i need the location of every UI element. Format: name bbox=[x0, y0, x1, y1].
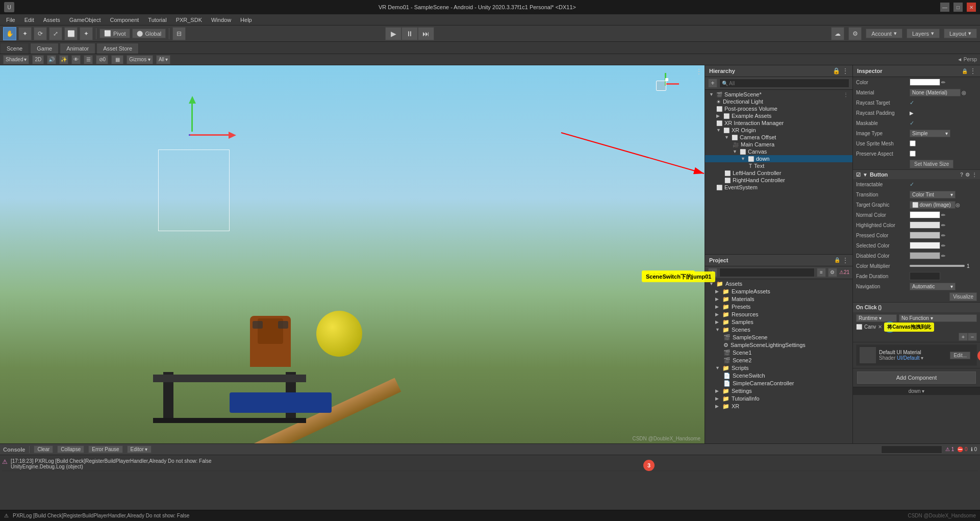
selected-color-value[interactable] bbox=[910, 242, 940, 249]
project-folder-scenes[interactable]: ▼ 📁 Scenes bbox=[705, 326, 852, 334]
hierarchy-item-example-assets[interactable]: ▶ ⬜ Example Assets bbox=[705, 112, 852, 119]
pressed-color-edit-icon[interactable]: ✏ bbox=[941, 233, 945, 238]
project-folder-xr[interactable]: ▶ 📁 XR bbox=[705, 403, 852, 410]
hierarchy-item-post-process[interactable]: ⬜ Post-process Volume bbox=[705, 105, 852, 112]
menu-edit[interactable]: Edit bbox=[20, 16, 38, 24]
highlighted-color-edit-icon[interactable]: ✏ bbox=[941, 222, 945, 228]
hierarchy-item-down[interactable]: ▼ ⬜ down bbox=[705, 155, 852, 162]
tab-scene[interactable]: Scene bbox=[0, 43, 29, 54]
tab-game[interactable]: Game bbox=[30, 43, 59, 54]
extra-toggle[interactable]: ☰ bbox=[84, 55, 93, 64]
project-add-button[interactable]: + bbox=[708, 268, 717, 277]
hierarchy-item-canvas[interactable]: ▼ ⬜ Canvas bbox=[705, 148, 852, 155]
raycast-padding-expand-icon[interactable]: ▶ bbox=[910, 110, 914, 116]
project-search[interactable] bbox=[719, 268, 815, 277]
effects-toggle[interactable]: ✨ bbox=[59, 55, 68, 64]
project-folder-settings[interactable]: ▶ 📁 Settings bbox=[705, 387, 852, 395]
gizmos-dropdown[interactable]: Gizmos ▾ bbox=[127, 55, 153, 64]
hierarchy-item-text[interactable]: T Text bbox=[705, 162, 852, 169]
use-sprite-mesh-checkbox[interactable] bbox=[910, 140, 916, 146]
settings-button[interactable]: ⚙ bbox=[848, 27, 862, 40]
onclick-add-button[interactable]: + bbox=[959, 333, 968, 341]
shader-name[interactable]: UI/Default bbox=[897, 355, 919, 361]
cloud-button[interactable]: ☁ bbox=[831, 27, 844, 40]
visualize-button[interactable]: Visualize bbox=[949, 292, 977, 301]
project-lock-button[interactable]: 🔒 bbox=[834, 257, 840, 263]
tab-asset-store[interactable]: Asset Store bbox=[96, 43, 139, 54]
project-view-button[interactable]: ≡ bbox=[817, 268, 826, 277]
project-folder-example-assets[interactable]: ▶ 📁 ExampleAssets bbox=[705, 288, 852, 295]
set-native-size-button[interactable]: Set Native Size bbox=[910, 160, 953, 168]
selected-color-edit-icon[interactable]: ✏ bbox=[941, 243, 945, 249]
pause-button[interactable]: ⏸ bbox=[401, 27, 418, 40]
console-search-input[interactable] bbox=[881, 445, 942, 454]
collapse-button[interactable]: Collapse bbox=[57, 445, 84, 453]
canvas-delete-icon[interactable]: ✕ bbox=[878, 324, 882, 330]
hierarchy-item-xr-manager[interactable]: ⬜ XR Interaction Manager bbox=[705, 119, 852, 127]
project-item-sceneswitch[interactable]: 📄 SceneSwitch bbox=[705, 372, 852, 380]
hierarchy-item-eventsystem[interactable]: ⬜ EventSystem bbox=[705, 184, 852, 191]
menu-component[interactable]: Component bbox=[106, 16, 143, 24]
hierarchy-add-button[interactable]: + bbox=[708, 79, 717, 88]
play-button[interactable]: ▶ bbox=[385, 27, 401, 40]
hierarchy-search-input[interactable] bbox=[729, 81, 847, 86]
project-filter-button[interactable]: ⚙ bbox=[828, 268, 837, 277]
pivot-button[interactable]: ⬜ Pivot bbox=[99, 29, 130, 38]
inspector-menu-button[interactable]: ⋮ bbox=[970, 67, 976, 75]
hierarchy-scene-menu[interactable]: ⋮ bbox=[843, 92, 848, 97]
hierarchy-item-lefthand[interactable]: ⬜ LeftHand Controller bbox=[705, 169, 852, 177]
project-folder-resources[interactable]: ▶ 📁 Resources bbox=[705, 311, 852, 318]
hierarchy-lock-button[interactable]: 🔒 bbox=[833, 67, 840, 75]
shading-dropdown[interactable]: Shaded ▾ bbox=[3, 55, 29, 64]
menu-gameobject[interactable]: GameObject bbox=[65, 16, 105, 24]
menu-file[interactable]: File bbox=[2, 16, 19, 24]
project-folder-materials[interactable]: ▶ 📁 Materials bbox=[705, 295, 852, 303]
project-folder-tutorial[interactable]: ▶ 📁 TutorialInfo bbox=[705, 395, 852, 403]
menu-help[interactable]: Help bbox=[236, 16, 256, 24]
tab-animator[interactable]: Animator bbox=[60, 43, 95, 54]
hand-tool-button[interactable]: ✋ bbox=[3, 27, 16, 40]
global-button[interactable]: ⬤ Global bbox=[132, 29, 166, 38]
scene-view[interactable]: ⋮ CSDN @DoubleX_Handsome bbox=[0, 65, 705, 443]
add-component-button[interactable]: Add Component bbox=[857, 371, 976, 384]
all-dropdown[interactable]: All ▾ bbox=[156, 55, 170, 64]
project-item-scene1[interactable]: 🎬 Scene1 bbox=[705, 349, 852, 357]
color-multiplier-slider[interactable]: 1 bbox=[910, 263, 977, 269]
project-folder-assets[interactable]: ▼ 📁 Assets bbox=[705, 280, 852, 288]
button-help-icon[interactable]: ? bbox=[960, 172, 963, 178]
transform-tool-button[interactable]: ✦ bbox=[80, 27, 93, 40]
clear-button[interactable]: Clear bbox=[34, 445, 53, 453]
project-folder-scripts[interactable]: ▼ 📁 Scripts bbox=[705, 364, 852, 372]
layout-dropdown[interactable]: Layout ▾ bbox=[944, 29, 977, 38]
project-item-lighting[interactable]: ⚙ SampleSceneLightingSettings bbox=[705, 341, 852, 349]
project-folder-samples[interactable]: ▶ 📁 Samples bbox=[705, 318, 852, 326]
button-checkbox[interactable]: ☑ bbox=[856, 172, 861, 178]
color-value[interactable] bbox=[910, 79, 940, 86]
hierarchy-item-directional-light[interactable]: ☀ Directional Light bbox=[705, 98, 852, 105]
material-edit-button[interactable]: Edit... bbox=[950, 352, 970, 359]
preserve-aspect-checkbox[interactable] bbox=[910, 151, 916, 157]
2d-toggle[interactable]: 2D bbox=[32, 55, 44, 64]
hierarchy-item-camera-offset[interactable]: ▼ ⬜ Camera Offset bbox=[705, 134, 852, 141]
move-tool-button[interactable]: ✦ bbox=[18, 27, 32, 40]
runtime-dropdown[interactable]: Runtime ▾ bbox=[856, 314, 897, 322]
button-settings-icon[interactable]: ⚙ bbox=[965, 172, 970, 178]
hierarchy-item-righthand[interactable]: ⬜ RightHand Controller bbox=[705, 177, 852, 184]
hierarchy-item-samplescene[interactable]: ▼ 🎬 SampleScene* ⋮ bbox=[705, 91, 852, 98]
title-bar-controls[interactable]: — □ ✕ bbox=[940, 3, 976, 12]
material-value[interactable]: None (Material) bbox=[910, 89, 961, 96]
target-graphic-value[interactable]: ⬜ down (Image) bbox=[910, 201, 956, 209]
visibility-toggle[interactable]: 👁 bbox=[71, 55, 81, 64]
transition-value[interactable]: Color Tint ▾ bbox=[910, 191, 956, 199]
hierarchy-item-main-camera[interactable]: 🎥 Main Camera bbox=[705, 141, 852, 148]
raycast-target-check[interactable]: ✓ bbox=[910, 100, 914, 106]
pressed-color-value[interactable] bbox=[910, 232, 940, 239]
zero-toggle[interactable]: ⊘0 bbox=[96, 55, 108, 64]
minimize-button[interactable]: — bbox=[940, 3, 949, 12]
hierarchy-search[interactable]: 🔍 bbox=[719, 79, 849, 88]
navigation-value[interactable]: Automatic ▾ bbox=[910, 283, 956, 290]
disabled-color-edit-icon[interactable]: ✏ bbox=[941, 253, 945, 259]
scene-menu-button[interactable]: ⋮ bbox=[695, 67, 702, 76]
rotate-tool-button[interactable]: ⟳ bbox=[34, 27, 47, 40]
menu-pxr-sdk[interactable]: PXR_SDK bbox=[172, 16, 206, 24]
